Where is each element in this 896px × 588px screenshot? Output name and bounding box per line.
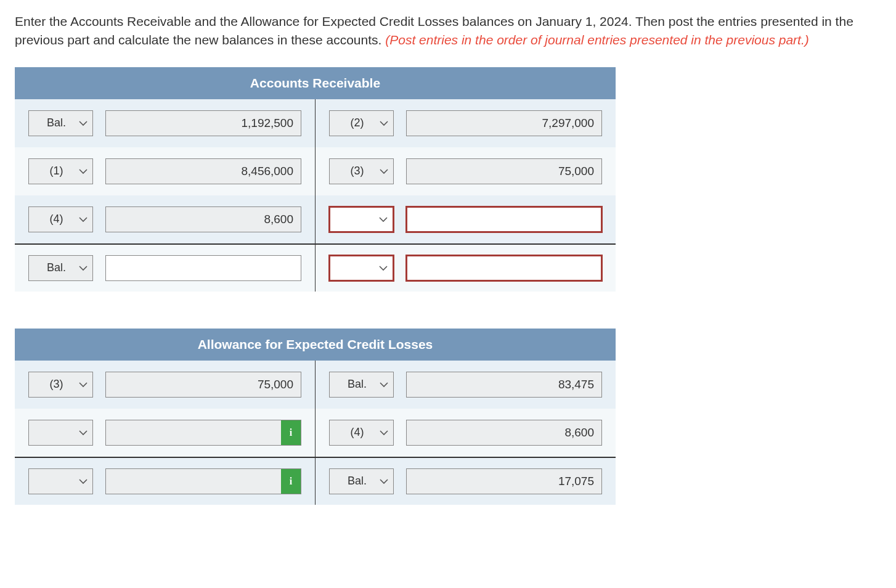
info-icon[interactable]: i: [281, 420, 301, 445]
taccount: Accounts Receivable Bal. 1,192,500 (1) 8…: [15, 67, 616, 292]
taccount-row: (3) 75,000: [316, 147, 616, 195]
taccount-credit-side: Bal. 83,475 (4) 8,600 Bal. 17,075: [316, 361, 616, 505]
chevron-down-icon: [379, 265, 388, 271]
taccount-row: Bal.: [15, 243, 315, 292]
row-label-select[interactable]: (1): [28, 158, 93, 184]
taccount-row: (4) 8,600: [15, 195, 315, 243]
row-amount-input[interactable]: 75,000: [105, 372, 301, 398]
row-amount-input[interactable]: 7,297,000: [406, 110, 602, 136]
row-amount-input[interactable]: i: [105, 468, 301, 494]
row-amount-text: 75,000: [258, 378, 293, 391]
row-label-text: (3): [50, 378, 63, 391]
row-label-select[interactable]: [329, 255, 394, 281]
chevron-down-icon: [79, 478, 88, 484]
row-label-select[interactable]: (3): [28, 372, 93, 398]
taccount-row: (2) 7,297,000: [316, 99, 616, 147]
row-amount-input[interactable]: 17,075: [406, 468, 602, 494]
row-amount-text: 8,600: [264, 213, 293, 226]
row-amount-text: 75,000: [558, 165, 594, 178]
row-label-text: Bal.: [47, 116, 66, 129]
chevron-down-icon: [380, 430, 388, 436]
chevron-down-icon: [79, 168, 88, 174]
row-label-text: (2): [351, 116, 364, 129]
row-label-text: (4): [351, 426, 364, 439]
chevron-down-icon: [380, 382, 388, 388]
taccount-body: Bal. 1,192,500 (1) 8,456,000 (4) 8,600 B…: [15, 99, 616, 292]
row-label-select[interactable]: [28, 468, 93, 494]
row-amount-input[interactable]: 1,192,500: [105, 110, 301, 136]
row-amount-input[interactable]: [406, 206, 602, 232]
taccount-row: (1) 8,456,000: [15, 147, 315, 195]
row-amount-input[interactable]: [105, 255, 301, 281]
row-amount-input[interactable]: 83,475: [406, 372, 602, 398]
row-label-text: (4): [50, 213, 63, 226]
row-amount-input[interactable]: i: [105, 420, 301, 446]
row-label-select[interactable]: [28, 420, 93, 446]
info-icon[interactable]: i: [281, 469, 301, 494]
taccount-row: [316, 243, 616, 292]
row-label-select[interactable]: (4): [28, 206, 93, 232]
chevron-down-icon: [380, 478, 388, 484]
row-amount-input[interactable]: [406, 255, 602, 281]
chevron-down-icon: [79, 216, 88, 223]
row-label-select[interactable]: (3): [329, 158, 394, 184]
chevron-down-icon: [79, 430, 88, 436]
taccount-row: i: [15, 457, 315, 505]
taccount-debit-side: Bal. 1,192,500 (1) 8,456,000 (4) 8,600 B…: [15, 99, 316, 292]
row-label-select[interactable]: (2): [329, 110, 394, 136]
chevron-down-icon: [380, 120, 388, 126]
row-amount-text: 8,456,000: [241, 165, 293, 178]
row-amount-text: 7,297,000: [542, 116, 594, 130]
row-label-select[interactable]: Bal.: [28, 110, 93, 136]
taccount-body: (3) 75,000 i i Bal.: [15, 361, 616, 505]
taccount-debit-side: (3) 75,000 i i: [15, 361, 316, 505]
taccount-row: [316, 195, 616, 243]
chevron-down-icon: [79, 120, 88, 126]
row-amount-text: 8,600: [564, 426, 594, 439]
taccount-row: (4) 8,600: [316, 409, 616, 457]
row-amount-input[interactable]: 8,600: [406, 420, 602, 446]
row-label-select[interactable]: Bal.: [28, 255, 93, 281]
row-amount-input[interactable]: 75,000: [406, 158, 602, 184]
taccount-title: Accounts Receivable: [15, 67, 616, 99]
row-label-select[interactable]: Bal.: [329, 372, 394, 398]
row-label-text: (3): [351, 165, 364, 178]
row-label-text: Bal.: [47, 261, 66, 274]
row-amount-text: 1,192,500: [241, 116, 293, 130]
row-label-select[interactable]: [329, 206, 394, 232]
instructions-red: (Post entries in the order of journal en…: [385, 33, 809, 47]
row-label-text: (1): [50, 165, 63, 178]
chevron-down-icon: [380, 168, 388, 174]
row-label-select[interactable]: (4): [329, 420, 394, 446]
taccount-row: Bal. 17,075: [316, 457, 616, 505]
taccount-row: i: [15, 409, 315, 457]
chevron-down-icon: [79, 265, 88, 271]
row-label-select[interactable]: Bal.: [329, 468, 394, 494]
row-label-text: Bal.: [348, 378, 367, 391]
taccount-row: Bal. 83,475: [316, 361, 616, 409]
row-amount-input[interactable]: 8,600: [105, 206, 301, 232]
taccount: Allowance for Expected Credit Losses (3)…: [15, 329, 616, 505]
taccount-title: Allowance for Expected Credit Losses: [15, 329, 616, 361]
row-amount-text: 83,475: [558, 378, 594, 391]
taccount-credit-side: (2) 7,297,000 (3) 75,000: [316, 99, 616, 292]
taccount-row: (3) 75,000: [15, 361, 315, 409]
chevron-down-icon: [379, 216, 388, 223]
row-amount-text: 17,075: [558, 475, 594, 488]
row-amount-input[interactable]: 8,456,000: [105, 158, 301, 184]
instructions-text: Enter the Accounts Receivable and the Al…: [15, 12, 881, 50]
taccount-row: Bal. 1,192,500: [15, 99, 315, 147]
row-label-text: Bal.: [348, 475, 367, 488]
chevron-down-icon: [79, 382, 88, 388]
